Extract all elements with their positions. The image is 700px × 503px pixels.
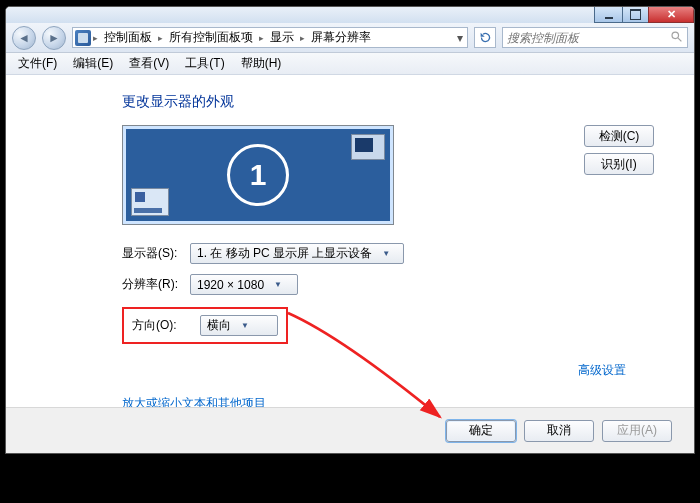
ok-button[interactable]: 确定 xyxy=(446,420,516,442)
menu-edit[interactable]: 编辑(E) xyxy=(65,53,121,74)
breadcrumb-seg[interactable]: 所有控制面板项 xyxy=(165,29,257,46)
monitor-number-badge: 1 xyxy=(227,144,289,206)
resolution-value: 1920 × 1080 xyxy=(197,278,264,292)
monitor-number: 1 xyxy=(250,158,267,192)
apply-button[interactable]: 应用(A) xyxy=(602,420,672,442)
preview-row: 1 检测(C) 识别(I) xyxy=(122,125,654,225)
chevron-right-icon: ▸ xyxy=(158,33,163,43)
detect-button[interactable]: 检测(C) xyxy=(584,125,654,147)
content-area: 更改显示器的外观 1 检测(C) 识别(I) 显示器(S): 1. 在 移动 P… xyxy=(6,75,694,407)
forward-button[interactable]: ► xyxy=(42,26,66,50)
orientation-label: 方向(O): xyxy=(132,317,190,334)
text-size-link[interactable]: 放大或缩小文本和其他项目 xyxy=(122,395,654,407)
monitor-preview[interactable]: 1 xyxy=(122,125,394,225)
footer: 确定 取消 应用(A) xyxy=(6,407,694,453)
navbar: ◄ ► ▸ 控制面板 ▸ 所有控制面板项 ▸ 显示 ▸ 屏幕分辨率 ▾ xyxy=(6,23,694,53)
page-heading: 更改显示器的外观 xyxy=(122,93,654,111)
minimize-button[interactable] xyxy=(594,6,623,23)
maximize-button[interactable] xyxy=(622,6,649,23)
chevron-right-icon: ▸ xyxy=(93,33,98,43)
control-panel-icon xyxy=(75,30,91,46)
mini-taskbar-icon xyxy=(131,188,169,216)
chevron-down-icon[interactable]: ▾ xyxy=(457,31,463,45)
breadcrumb-seg[interactable]: 显示 xyxy=(266,29,298,46)
side-buttons: 检测(C) 识别(I) xyxy=(584,125,654,175)
chevron-down-icon: ▼ xyxy=(382,249,390,258)
breadcrumb-seg[interactable]: 屏幕分辨率 xyxy=(307,29,375,46)
advanced-row: 高级设置 xyxy=(122,362,626,379)
breadcrumb[interactable]: ▸ 控制面板 ▸ 所有控制面板项 ▸ 显示 ▸ 屏幕分辨率 ▾ xyxy=(72,27,468,48)
refresh-icon xyxy=(479,31,492,44)
display-value: 1. 在 移动 PC 显示屏 上显示设备 xyxy=(197,245,372,262)
menu-tools[interactable]: 工具(T) xyxy=(177,53,232,74)
window: ◄ ► ▸ 控制面板 ▸ 所有控制面板项 ▸ 显示 ▸ 屏幕分辨率 ▾ 文件(F… xyxy=(5,6,695,454)
identify-button[interactable]: 识别(I) xyxy=(584,153,654,175)
breadcrumb-seg[interactable]: 控制面板 xyxy=(100,29,156,46)
search-icon xyxy=(670,30,683,46)
search-box[interactable] xyxy=(502,27,688,48)
chevron-right-icon: ▸ xyxy=(259,33,264,43)
window-controls xyxy=(595,6,694,23)
menu-help[interactable]: 帮助(H) xyxy=(233,53,290,74)
close-button[interactable] xyxy=(648,6,694,23)
orientation-highlight: 方向(O): 横向 ▼ xyxy=(122,307,288,344)
chevron-down-icon: ▼ xyxy=(274,280,282,289)
help-links: 放大或缩小文本和其他项目 我应该选择什么显示器设置？ xyxy=(122,395,654,407)
search-input[interactable] xyxy=(507,31,666,45)
resolution-combo[interactable]: 1920 × 1080 ▼ xyxy=(190,274,298,295)
cancel-button[interactable]: 取消 xyxy=(524,420,594,442)
display-label: 显示器(S): xyxy=(122,245,180,262)
resolution-label: 分辨率(R): xyxy=(122,276,180,293)
resolution-row: 分辨率(R): 1920 × 1080 ▼ xyxy=(122,274,654,295)
svg-point-0 xyxy=(672,32,679,39)
refresh-button[interactable] xyxy=(474,27,496,48)
menu-file[interactable]: 文件(F) xyxy=(10,53,65,74)
orientation-combo[interactable]: 横向 ▼ xyxy=(200,315,278,336)
titlebar xyxy=(6,7,694,23)
orientation-value: 横向 xyxy=(207,317,231,334)
mini-window-icon xyxy=(351,134,385,160)
svg-line-1 xyxy=(678,38,681,41)
advanced-settings-link[interactable]: 高级设置 xyxy=(578,363,626,377)
back-button[interactable]: ◄ xyxy=(12,26,36,50)
chevron-right-icon: ▸ xyxy=(300,33,305,43)
display-row: 显示器(S): 1. 在 移动 PC 显示屏 上显示设备 ▼ xyxy=(122,243,654,264)
menu-view[interactable]: 查看(V) xyxy=(121,53,177,74)
chevron-down-icon: ▼ xyxy=(241,321,249,330)
menubar: 文件(F) 编辑(E) 查看(V) 工具(T) 帮助(H) xyxy=(6,53,694,75)
display-combo[interactable]: 1. 在 移动 PC 显示屏 上显示设备 ▼ xyxy=(190,243,404,264)
